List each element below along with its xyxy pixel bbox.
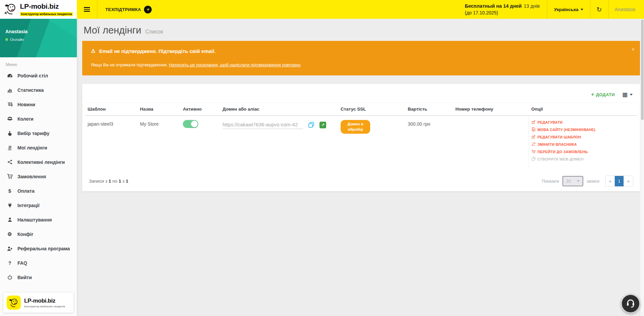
records-label: записи xyxy=(587,179,599,184)
alert-title: Email не підтверджено. Підтвердіть свій … xyxy=(99,48,215,54)
page-subtitle: Список xyxy=(145,29,163,35)
newspaper-icon xyxy=(6,102,13,107)
col-header-active: Активно xyxy=(180,103,220,116)
refresh-button[interactable]: ↻ xyxy=(590,0,608,19)
sidebar-menu: Робочий стіл Статистика Новини Колеги Ви… xyxy=(0,68,77,285)
option-edit[interactable]: РЕДАГУВАТИ xyxy=(532,120,635,125)
sidebar-item-dashboard[interactable]: Робочий стіл xyxy=(0,68,77,83)
col-header-name: Назва xyxy=(137,103,180,116)
option-change-owner[interactable]: ЗМІНИТИ ВЛАСНИКА xyxy=(532,142,635,147)
close-icon[interactable]: × xyxy=(632,47,635,52)
sidebar-item-config[interactable]: ⚙︎ Конфіг xyxy=(0,227,77,241)
landings-table: Шаблон Назва Активно Домен або аліас Ста… xyxy=(85,103,637,170)
headset-icon xyxy=(626,298,636,309)
chevron-down-icon xyxy=(577,180,580,182)
plug-icon xyxy=(6,203,13,208)
table-header-row: Шаблон Назва Активно Домен або аліас Ста… xyxy=(85,103,637,116)
language-dropdown[interactable]: Українська xyxy=(547,0,590,19)
exchange-icon xyxy=(532,142,536,147)
page-header: Мої лендінги Список xyxy=(82,25,640,36)
resend-confirmation-link[interactable]: Натисніть це посилання, щоб надіслати пі… xyxy=(169,62,301,67)
ssl-status-badge: Домен в обробці xyxy=(341,120,370,134)
gauge-icon xyxy=(6,73,13,78)
cart-icon xyxy=(6,174,13,179)
telegram-icon: ➤ xyxy=(144,6,152,13)
pagination-prev-button[interactable]: « xyxy=(606,176,615,186)
hamburger-menu-button[interactable] xyxy=(77,0,97,19)
sidebar-item-statistics[interactable]: Статистика xyxy=(0,83,77,97)
col-header-phone: Номер телефону xyxy=(453,103,529,116)
sidebar-item-logout[interactable]: Вийти xyxy=(0,270,77,285)
language-label: Українська xyxy=(554,7,578,12)
stack-icon xyxy=(6,145,13,150)
pagination-page-1[interactable]: 1 xyxy=(615,176,624,186)
pagination-next-button[interactable]: » xyxy=(624,176,633,186)
edit-icon xyxy=(532,120,536,125)
chevron-down-icon xyxy=(630,94,633,96)
add-landing-button[interactable]: + ДОДАТИ xyxy=(591,91,615,98)
scrollbar-thumb[interactable] xyxy=(641,19,644,120)
sidebar-item-integrations[interactable]: Інтеграції xyxy=(0,198,77,212)
tech-support-link[interactable]: ТЕХПІДТРИМКА ➤ xyxy=(97,0,160,19)
col-header-options: Опції xyxy=(529,103,637,116)
sidebar-item-colleagues[interactable]: Колеги xyxy=(0,112,77,126)
trial-status: Бесплатный на 14 дней13 днів (до 17.10.2… xyxy=(457,0,547,19)
logo-title: LP-mobi.biz xyxy=(20,2,59,10)
sidebar-item-faq[interactable]: ? FAQ xyxy=(0,256,77,270)
sidebar-item-referral[interactable]: Реферальна програма xyxy=(0,241,77,256)
menu-section-label: Меню xyxy=(0,57,77,68)
bar-chart-icon xyxy=(6,87,13,93)
support-label: ТЕХПІДТРИМКА xyxy=(105,7,141,12)
option-site-language[interactable]: МОВА САЙТУ (НЕЗМІНЮВАНЕ) xyxy=(532,127,635,132)
option-go-to-orders[interactable]: ПЕРЕЙТИ ДО ЗАМОВЛЕНЬ xyxy=(532,149,635,154)
edit-icon xyxy=(532,135,536,139)
columns-view-dropdown[interactable]: ▦ xyxy=(622,92,633,98)
landings-panel: + ДОДАТИ ▦ Шаблон Назва Активно Домен аб… xyxy=(82,84,640,191)
sidebar: Anastasia Онлайн Меню Робочий стіл Стати… xyxy=(0,19,77,316)
user-menu[interactable]: Anastasia xyxy=(609,0,644,19)
table-footer: Записи з 1 по 1 з 1 Показати 20 записи «… xyxy=(85,174,637,187)
refresh-icon: ↻ xyxy=(597,6,602,13)
trial-plan-name: Бесплатный на 14 дней xyxy=(465,3,522,9)
language-icon xyxy=(532,127,536,132)
dog-logo-icon xyxy=(4,2,17,17)
user-plus-icon xyxy=(6,246,13,251)
row-options: РЕДАГУВАТИ МОВА САЙТУ (НЕЗМІНЮВАНЕ) РЕДА… xyxy=(532,120,635,162)
share-icon xyxy=(6,160,13,165)
copy-icon[interactable] xyxy=(308,122,314,128)
sidebar-item-news[interactable]: Новини xyxy=(0,97,77,112)
sidebar-item-payment[interactable]: $ Оплата xyxy=(0,184,77,198)
col-header-template: Шаблон xyxy=(85,103,137,116)
sidebar-item-collective-landings[interactable]: Колективні лендінги xyxy=(0,155,77,169)
cell-phone xyxy=(453,116,529,170)
power-icon xyxy=(6,275,13,280)
users-icon xyxy=(6,116,13,122)
cart-icon xyxy=(532,149,536,154)
support-chat-button[interactable] xyxy=(621,294,640,313)
dollar-icon: $ xyxy=(6,188,13,193)
cell-template: japan-steel3 xyxy=(85,116,137,170)
username-label: Anastasia xyxy=(615,7,635,12)
dog-logo-icon xyxy=(7,296,21,310)
chevron-down-icon xyxy=(581,9,583,10)
page-size-select[interactable]: 20 xyxy=(562,176,583,186)
profile-name: Anastasia xyxy=(5,29,71,34)
footer-logo-tagline: Конструктор мобільних лендінгів xyxy=(24,305,65,308)
vertical-scrollbar xyxy=(640,19,644,316)
app-logo: LP-mobi.biz Конструктор мобильных лендин… xyxy=(0,0,77,19)
sidebar-profile: Anastasia Онлайн xyxy=(0,19,77,57)
option-edit-template[interactable]: РЕДАГУВАТИ ШАБЛОН xyxy=(532,135,635,139)
online-status-dot xyxy=(5,38,8,41)
sidebar-item-my-landings[interactable]: Мої лендінги xyxy=(0,140,77,155)
cell-name: My Store xyxy=(137,116,180,170)
active-toggle[interactable] xyxy=(183,120,198,128)
clone-icon xyxy=(532,157,536,162)
sidebar-item-settings[interactable]: Налаштування xyxy=(0,212,77,227)
sidebar-item-tariff[interactable]: Вибір тарифу xyxy=(0,126,77,140)
option-create-web-domain: СТВОРИТИ WEB-ДОМЕН xyxy=(532,157,635,162)
domain-input[interactable] xyxy=(222,121,303,129)
sidebar-item-orders[interactable]: Замовлення xyxy=(0,169,77,184)
online-status-label: Онлайн xyxy=(10,38,24,42)
external-link-icon[interactable]: ↗ xyxy=(319,122,326,128)
main-content: Мої лендінги Список ⚠︎ Email не підтверд… xyxy=(77,19,644,316)
